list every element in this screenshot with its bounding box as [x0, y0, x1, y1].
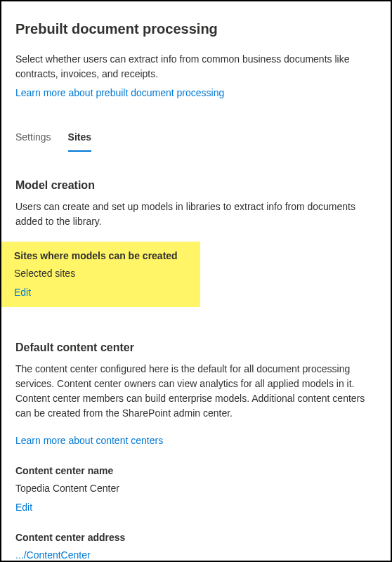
content-center-name-label: Content center name	[15, 464, 377, 478]
default-content-center-heading: Default content center	[15, 339, 377, 356]
content-center-address-label: Content center address	[15, 530, 377, 545]
tabs-container: Settings Sites	[15, 130, 377, 152]
tab-settings[interactable]: Settings	[15, 130, 51, 152]
content-center-name-value: Topedia Content Center	[15, 481, 377, 496]
edit-sites-link[interactable]: Edit	[14, 287, 31, 298]
sites-selected-value: Selected sites	[14, 266, 193, 281]
learn-more-content-centers-link[interactable]: Learn more about content centers	[15, 433, 163, 448]
sites-where-models-label: Sites where models can be created	[14, 249, 193, 263]
page-description: Select whether users can extract info fr…	[15, 52, 377, 81]
model-creation-description: Users can create and set up models in li…	[15, 200, 377, 229]
learn-more-prebuilt-link[interactable]: Learn more about prebuilt document proce…	[15, 86, 224, 100]
default-content-center-description: The content center configured here is th…	[15, 362, 377, 421]
tab-sites[interactable]: Sites	[68, 130, 91, 152]
content-center-address-link[interactable]: .../ContentCenter	[15, 549, 91, 561]
edit-content-center-link[interactable]: Edit	[15, 502, 32, 513]
model-creation-heading: Model creation	[15, 177, 377, 194]
page-title: Prebuilt document processing	[15, 18, 377, 39]
sites-highlight-box: Sites where models can be created Select…	[1, 242, 200, 307]
